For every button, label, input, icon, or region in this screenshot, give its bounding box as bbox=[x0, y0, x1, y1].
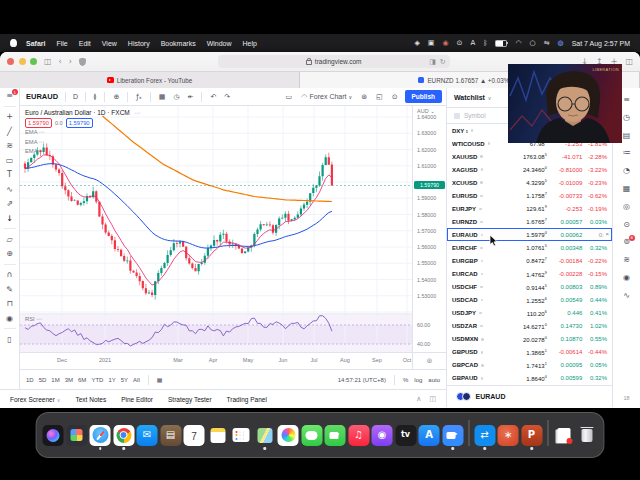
public-chat-icon[interactable]: ⊙ bbox=[623, 220, 630, 230]
dock-teamviewer[interactable]: ⇄ bbox=[474, 425, 495, 446]
drawing-mode-icon[interactable]: ✎ bbox=[6, 285, 13, 294]
data-window-icon[interactable]: ∿ bbox=[623, 291, 630, 301]
undo-icon[interactable]: ↶ bbox=[208, 93, 218, 101]
bottom-tab-pine-editor[interactable]: Pine Editor bbox=[121, 396, 153, 403]
dock-calendar[interactable]: 7 bbox=[184, 425, 205, 446]
indicator-row[interactable]: EMA ⋯ bbox=[25, 138, 141, 148]
dock-downloads[interactable] bbox=[553, 425, 574, 446]
dock-tv[interactable]: tv bbox=[395, 425, 416, 446]
record-icon[interactable]: ◉ bbox=[442, 39, 448, 47]
tab-youtube[interactable]: Liberation Forex - YouTube bbox=[0, 72, 300, 88]
private-chat-icon[interactable]: ⊚6 bbox=[623, 237, 630, 247]
dock-launchpad[interactable] bbox=[66, 425, 87, 446]
spotlight-icon[interactable]: ○ bbox=[530, 39, 536, 47]
dock-podcasts[interactable]: ◉ bbox=[372, 425, 393, 446]
watchlist-row-usdcad[interactable]: USDCAD1.255260.005490.44% bbox=[447, 294, 612, 307]
menu-item-edit[interactable]: Edit bbox=[79, 40, 91, 47]
panel-layout-icon[interactable]: ◫ bbox=[429, 395, 436, 403]
watchlist-row-eurcad[interactable]: EURCAD1.47629-0.00228-0.15% bbox=[447, 268, 612, 281]
watchlist-row-eurusd[interactable]: EURUSD1.17587-0.00733-0.62% bbox=[447, 189, 612, 202]
bottom-tab-text-notes[interactable]: Text Notes bbox=[75, 396, 106, 403]
dock-zoom[interactable] bbox=[442, 425, 463, 446]
dock-chrome[interactable] bbox=[113, 425, 134, 446]
auto-toggle[interactable]: auto bbox=[428, 377, 440, 383]
menu-clock[interactable]: Sat 7 Aug 2:57 PM bbox=[572, 40, 630, 47]
zoom-in-icon[interactable]: ⊕ bbox=[6, 249, 13, 258]
indicator-templates-icon[interactable]: ▦ bbox=[157, 93, 168, 101]
axis-settings[interactable]: ⊛ bbox=[412, 352, 446, 369]
bottom-tab-strategy-tester[interactable]: Strategy Tester bbox=[168, 396, 212, 403]
symbol-button[interactable]: EURAUD bbox=[24, 92, 60, 101]
hotlists-icon[interactable]: ◔ bbox=[623, 166, 630, 176]
buy-button[interactable]: 1.59790 bbox=[66, 118, 93, 128]
publish-button[interactable]: Publish bbox=[405, 90, 442, 103]
notes-icon[interactable]: ≔ bbox=[623, 148, 631, 158]
range-5y[interactable]: 5Y bbox=[121, 377, 128, 383]
watchlist-row-usdchf[interactable]: USDCHF0.914450.008030.89% bbox=[447, 281, 612, 294]
calendar-icon[interactable]: ▦ bbox=[623, 184, 631, 194]
forecast-icon[interactable]: ⇗ bbox=[6, 199, 13, 208]
percent-toggle[interactable]: % bbox=[403, 377, 408, 383]
range-5d[interactable]: 5D bbox=[39, 377, 47, 383]
text-icon[interactable]: T bbox=[7, 170, 12, 179]
cast-icon[interactable]: ⊙ bbox=[457, 39, 463, 47]
menu-item-safari[interactable]: Safari bbox=[26, 40, 45, 47]
sell-button[interactable]: 1.59790 bbox=[25, 118, 52, 128]
privacy-shield-icon[interactable] bbox=[79, 58, 86, 66]
chart-pane[interactable]: Euro / Australian Dollar · 1D · FXCM ⋯ 1… bbox=[20, 106, 412, 352]
dock-safari[interactable] bbox=[90, 425, 111, 446]
price-axis[interactable]: AUD ⌄ 1.640001.630001.620001.610001.5900… bbox=[412, 106, 446, 352]
dock-photos[interactable] bbox=[278, 425, 299, 446]
dock-mail[interactable]: ✉ bbox=[137, 425, 158, 446]
watchlist-icon[interactable]: ≡ bbox=[623, 95, 630, 105]
watchlist-row-usdjpy[interactable]: USDJPY110.2060.4460.41% bbox=[447, 307, 612, 320]
menu-item-bookmarks[interactable]: Bookmarks bbox=[161, 40, 196, 47]
range-1d[interactable]: 1D bbox=[26, 377, 34, 383]
expand-panel-icon[interactable]: ∧ bbox=[416, 395, 421, 403]
fib-retracement-icon[interactable]: ≋ bbox=[6, 141, 13, 150]
rsi-legend[interactable]: RSI ⋯ bbox=[25, 316, 42, 322]
range-3m[interactable]: 3M bbox=[65, 377, 73, 383]
redo-icon[interactable]: ↷ bbox=[222, 93, 232, 101]
close-window-button[interactable] bbox=[7, 58, 14, 65]
apple-menu-icon[interactable] bbox=[10, 39, 17, 47]
legend-title[interactable]: Euro / Australian Dollar · 1D · FXCM bbox=[25, 109, 130, 116]
watchlist-row-gbpusd[interactable]: GBPUSD1.38651-0.00614-0.44% bbox=[447, 346, 612, 359]
layout-select[interactable]: ◠ Forex Chart ∨ bbox=[299, 93, 354, 101]
stop-share-icon[interactable]: ▣ bbox=[428, 39, 435, 47]
control-center-icon[interactable]: ◍ bbox=[558, 39, 564, 47]
dock-trash[interactable] bbox=[577, 425, 598, 446]
crosshair-icon[interactable]: + bbox=[6, 112, 13, 121]
log-toggle[interactable]: log bbox=[414, 377, 422, 383]
reload-icon[interactable]: ↻ bbox=[440, 58, 446, 66]
remove-symbol-button[interactable]: × bbox=[604, 230, 610, 239]
arrow-marker-icon[interactable]: ↓ bbox=[6, 214, 13, 223]
dock-music[interactable]: ♫ bbox=[348, 425, 369, 446]
dock-reminders[interactable] bbox=[231, 425, 252, 446]
my-ideas-icon[interactable]: ◎ bbox=[623, 202, 630, 212]
address-bar[interactable]: tradingview.com ◨ ↻ bbox=[218, 55, 450, 68]
tab-overview-icon[interactable]: ◫ bbox=[625, 57, 633, 66]
watchlist-detail[interactable]: EURAUD bbox=[447, 385, 612, 407]
watchlist-row-usdzar[interactable]: USDZAR14.627100.147301.02% bbox=[447, 320, 612, 333]
dock-app-red[interactable]: ∗ bbox=[498, 425, 519, 446]
shapes-icon[interactable]: ▭ bbox=[6, 156, 14, 165]
range-1y[interactable]: 1Y bbox=[108, 377, 115, 383]
measure-icon[interactable]: ▱ bbox=[6, 235, 12, 244]
menu-item-view[interactable]: View bbox=[102, 40, 117, 47]
remove-drawings-icon[interactable]: ▯ bbox=[7, 335, 11, 344]
dock-contacts[interactable]: ▤ bbox=[160, 425, 181, 446]
dock-facetime[interactable] bbox=[325, 425, 346, 446]
panel-width-label[interactable]: 18 bbox=[623, 396, 629, 401]
dock-notes[interactable] bbox=[207, 425, 228, 446]
streams-icon[interactable]: ≋ bbox=[623, 255, 630, 265]
watchlist-row-gbpcad[interactable]: GBPCAD1.741310.000950.05% bbox=[447, 359, 612, 372]
watchlist-row-eurchf[interactable]: EURCHF1.076150.003480.32% bbox=[447, 241, 612, 254]
bar-replay-icon[interactable]: ↞ bbox=[186, 93, 196, 101]
dock-maps[interactable] bbox=[254, 425, 275, 446]
menu-item-help[interactable]: Help bbox=[243, 40, 257, 47]
menu-icon[interactable]: ≡1 bbox=[6, 91, 13, 100]
chart-settings-icon[interactable]: ⊛ bbox=[359, 93, 369, 101]
clock-label[interactable]: 14:57:21 (UTC+8) bbox=[338, 377, 386, 383]
snapshot-icon[interactable]: ⊙ bbox=[390, 93, 400, 101]
